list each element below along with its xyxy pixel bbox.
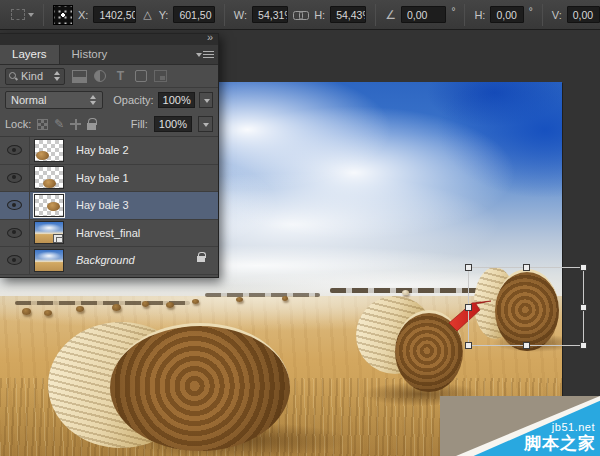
height-scale-field[interactable]: 54,43% (330, 6, 366, 23)
transform-tool-icon[interactable] (8, 5, 34, 25)
layer-thumbnail[interactable] (34, 249, 64, 272)
layer-row-hay-bale-3[interactable]: Hay bale 3 (0, 192, 218, 220)
free-transform-bounding-box[interactable] (468, 267, 584, 346)
lock-position-icon[interactable] (70, 119, 81, 130)
height-label: H: (314, 9, 325, 21)
visibility-toggle[interactable] (0, 220, 30, 247)
visibility-toggle[interactable] (0, 247, 30, 274)
visibility-toggle[interactable] (0, 137, 30, 164)
reference-point-locator[interactable] (53, 5, 73, 25)
transform-handle-top-right[interactable] (580, 264, 587, 271)
visibility-toggle[interactable] (0, 192, 30, 219)
lock-label: Lock: (5, 118, 31, 130)
workspace: jb51.net 脚本之家 » Layers History Kind (0, 30, 600, 456)
distant-hay-bale (282, 296, 288, 301)
filter-pixel-layers-icon[interactable] (72, 70, 87, 83)
width-label: W: (234, 9, 247, 21)
photoshop-window: X: 1402,50 px △ Y: 601,50 px W: 54,31% H… (0, 0, 600, 456)
updown-arrows-icon (54, 71, 61, 81)
transform-handle-middle-right[interactable] (580, 304, 587, 311)
x-label: X: (78, 9, 88, 21)
distant-hay-bale (22, 308, 31, 315)
lock-transparent-pixels-icon[interactable] (37, 119, 48, 130)
tab-history[interactable]: History (60, 45, 120, 64)
divider (375, 4, 376, 26)
smart-object-badge-icon (53, 234, 63, 243)
lock-all-icon[interactable] (87, 123, 96, 130)
filter-kind-dropdown[interactable]: Kind (5, 68, 65, 85)
distant-hay-bale (192, 299, 199, 304)
layer-row-harvest-final[interactable]: Harvest_final (0, 220, 218, 248)
distant-hay-bale (76, 306, 84, 312)
watermark-site-name: 脚本之家 (524, 432, 596, 455)
y-position-field[interactable]: 601,50 px (173, 6, 214, 23)
blend-mode-row: Normal Opacity: 100% (0, 88, 218, 112)
opacity-value-field[interactable]: 100% (158, 92, 195, 108)
transform-handle-bottom-left[interactable] (465, 342, 472, 349)
selection-dash-icon (11, 9, 25, 20)
distant-hay-bale (166, 302, 174, 308)
degree-unit: ° (529, 6, 533, 17)
hay-bale-middle (356, 294, 466, 406)
degree-unit: ° (451, 6, 455, 17)
updown-arrows-icon (90, 95, 97, 105)
fill-label: Fill: (131, 118, 148, 130)
fill-dropdown-arrow[interactable] (198, 116, 213, 132)
hay-bale-large (48, 316, 298, 456)
panel-menu-icon[interactable] (196, 51, 214, 60)
layer-name[interactable]: Hay bale 1 (76, 172, 129, 184)
lock-row: Lock: ✎ Fill: 100% (0, 112, 218, 137)
layer-thumbnail[interactable] (34, 194, 64, 217)
tab-layers[interactable]: Layers (0, 45, 60, 64)
transform-handle-middle-left[interactable] (465, 304, 472, 311)
layer-filter-row: Kind T (0, 65, 218, 88)
distant-hay-bale (112, 304, 121, 311)
layer-row-hay-bale-2[interactable]: Hay bale 2 (0, 137, 218, 165)
eye-icon (7, 200, 22, 210)
eye-icon (7, 228, 22, 238)
layer-row-hay-bale-1[interactable]: Hay bale 1 (0, 165, 218, 193)
opacity-label: Opacity: (113, 94, 153, 106)
filter-type-layers-icon[interactable]: T (113, 70, 128, 83)
rotation-angle-field[interactable]: 0,00 (401, 6, 446, 23)
filter-shape-layers-icon[interactable] (135, 70, 147, 82)
transform-handle-top-left[interactable] (465, 264, 472, 271)
watermark: jb51.net 脚本之家 (440, 396, 600, 456)
fill-value-field[interactable]: 100% (154, 116, 192, 132)
layer-name[interactable]: Hay bale 2 (76, 144, 129, 156)
eye-icon (7, 173, 22, 183)
distant-hay-bale (142, 301, 149, 307)
rotate-angle-icon: ∠ (385, 8, 396, 22)
layer-thumbnail[interactable] (34, 166, 64, 189)
layer-list: Hay bale 2 Hay bale 1 Hay bale 3 Harvest… (0, 137, 218, 275)
filter-adjustment-layers-icon[interactable] (94, 70, 106, 82)
width-scale-field[interactable]: 54,31% (252, 6, 288, 23)
filter-smart-objects-icon[interactable] (154, 70, 167, 82)
lock-image-pixels-icon[interactable]: ✎ (54, 119, 64, 130)
eye-icon (7, 145, 22, 155)
relative-positioning-button[interactable]: △ (141, 8, 153, 21)
transform-handle-bottom-right[interactable] (580, 342, 587, 349)
panel-tab-bar: Layers History (0, 45, 218, 65)
maintain-aspect-ratio-icon[interactable] (293, 9, 309, 21)
transform-handle-bottom-center[interactable] (523, 342, 530, 349)
layer-thumbnail[interactable] (34, 221, 64, 244)
visibility-toggle[interactable] (0, 165, 30, 192)
blend-mode-dropdown[interactable]: Normal (5, 91, 103, 109)
layer-name[interactable]: Hay bale 3 (76, 199, 129, 211)
transform-handle-top-center[interactable] (523, 264, 530, 271)
x-position-field[interactable]: 1402,50 px (93, 6, 136, 23)
layer-row-background[interactable]: Background (0, 247, 218, 275)
layers-panel: » Layers History Kind T (0, 33, 219, 278)
search-icon (9, 72, 18, 81)
layer-name[interactable]: Background (76, 254, 135, 266)
layer-thumbnail[interactable] (34, 139, 64, 162)
layer-name[interactable]: Harvest_final (76, 227, 140, 239)
skew-horizontal-field[interactable]: 0,00 (490, 6, 523, 23)
opacity-dropdown-arrow[interactable] (199, 92, 213, 108)
divider (464, 4, 465, 26)
collapse-to-icons-icon[interactable]: » (207, 31, 212, 43)
treeline (15, 301, 190, 305)
skew-vertical-field[interactable]: 0,00 (567, 6, 600, 23)
panel-title-bar: » (0, 34, 218, 45)
